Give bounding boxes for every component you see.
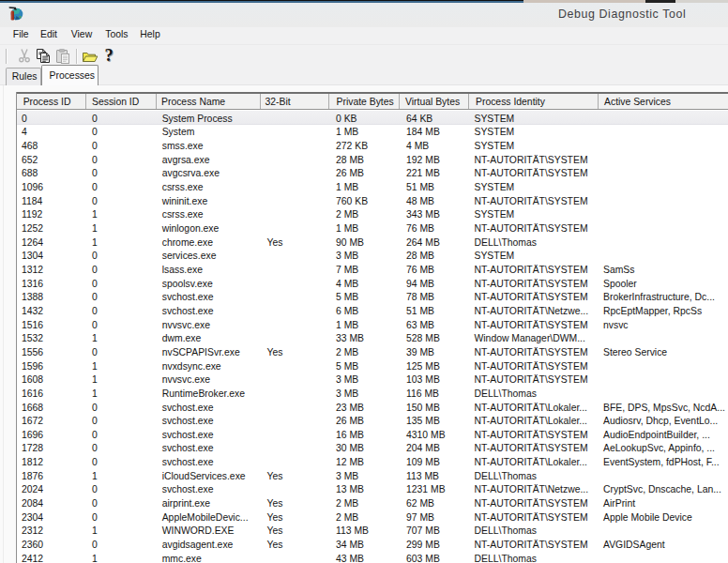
svg-text:?: ? <box>104 47 113 65</box>
